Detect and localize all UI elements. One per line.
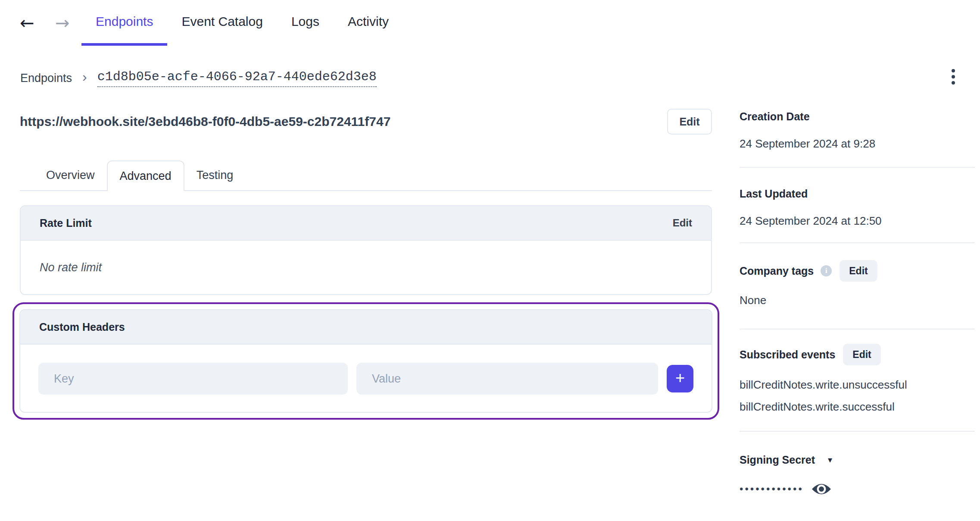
divider: [740, 431, 975, 432]
edit-url-button[interactable]: Edit: [667, 109, 712, 135]
last-updated-label: Last Updated: [740, 188, 975, 200]
endpoint-meta-sidebar: Creation Date 24 September 2024 at 9:28 …: [740, 104, 975, 497]
rate-limit-title: Rate Limit: [40, 217, 92, 229]
add-header-button[interactable]: +: [667, 365, 693, 392]
tab-activity[interactable]: Activity: [334, 0, 403, 46]
creation-date-value: 24 September 2024 at 9:28: [740, 137, 975, 151]
tab-overview[interactable]: Overview: [34, 160, 107, 190]
edit-subscribed-events-button[interactable]: Edit: [843, 344, 880, 365]
endpoint-url-row: https://webhook.site/3ebd46b8-f0f0-4db5-…: [20, 108, 712, 135]
signing-secret-row[interactable]: Signing Secret ▾: [740, 452, 975, 468]
creation-date-label: Creation Date: [740, 110, 975, 123]
endpoint-url: https://webhook.site/3ebd46b8-f0f0-4db5-…: [20, 114, 390, 129]
rate-limit-empty-text: No rate limit: [40, 261, 102, 274]
kebab-menu-icon[interactable]: [944, 64, 963, 90]
tab-advanced[interactable]: Advanced: [107, 160, 184, 191]
subscribed-events-label: Subscribed events: [740, 348, 835, 361]
forward-arrow-icon[interactable]: →: [55, 0, 70, 46]
endpoint-detail-panel: https://webhook.site/3ebd46b8-f0f0-4db5-…: [20, 104, 712, 420]
rate-limit-card: Rate Limit Edit No rate limit: [20, 205, 712, 295]
custom-headers-highlight-ring: Custom Headers +: [12, 302, 719, 420]
back-arrow-icon[interactable]: ←: [20, 0, 34, 46]
divider: [740, 329, 975, 330]
caret-down-icon[interactable]: ▾: [828, 455, 832, 465]
edit-rate-limit-button[interactable]: Edit: [673, 217, 692, 229]
company-tags-row: Company tags i Edit: [740, 260, 975, 282]
tab-event-catalog[interactable]: Event Catalog: [167, 0, 277, 46]
custom-headers-body: +: [20, 345, 712, 412]
breadcrumb-endpoint-id[interactable]: c1d8b05e-acfe-4066-92a7-440ede62d3e8: [97, 69, 377, 87]
subscribed-event-item: billCreditNotes.write.unsuccessful: [740, 378, 975, 392]
subscribed-events-row: Subscribed events Edit: [740, 343, 975, 366]
rate-limit-body: No rate limit: [21, 241, 711, 294]
custom-headers-header: Custom Headers: [20, 310, 712, 345]
rate-limit-header: Rate Limit Edit: [21, 206, 711, 241]
info-icon[interactable]: i: [821, 265, 832, 276]
company-tags-value: None: [740, 294, 975, 307]
masked-secret-value: ••••••••••••: [740, 483, 804, 495]
edit-company-tags-button[interactable]: Edit: [840, 260, 877, 282]
primary-tabs: Endpoints Event Catalog Logs Activity: [81, 0, 403, 46]
tab-endpoints[interactable]: Endpoints: [81, 0, 167, 46]
divider: [740, 167, 975, 168]
chevron-right-icon: ›: [82, 70, 87, 86]
last-updated-value: 24 September 2024 at 12:50: [740, 214, 975, 228]
reveal-secret-button[interactable]: [811, 482, 832, 496]
tab-testing[interactable]: Testing: [184, 160, 246, 190]
breadcrumb-endpoints-link[interactable]: Endpoints: [20, 72, 72, 85]
top-navigation: ← → Endpoints Event Catalog Logs Activit…: [0, 0, 980, 46]
company-tags-label: Company tags: [740, 265, 814, 277]
signing-secret-label: Signing Secret: [740, 454, 815, 466]
endpoint-sub-tabs: Overview Advanced Testing: [20, 160, 712, 191]
subscribed-event-item: billCreditNotes.write.successful: [740, 400, 975, 414]
custom-headers-card: Custom Headers +: [19, 309, 712, 413]
signing-secret-value-row: ••••••••••••: [740, 481, 975, 497]
header-key-input[interactable]: [38, 363, 348, 395]
divider: [740, 242, 975, 243]
breadcrumb: Endpoints › c1d8b05e-acfe-4066-92a7-440e…: [20, 66, 377, 91]
header-value-input[interactable]: [356, 363, 658, 395]
plus-icon: +: [675, 370, 685, 386]
tab-logs[interactable]: Logs: [277, 0, 334, 46]
eye-icon: [811, 482, 832, 496]
custom-headers-title: Custom Headers: [39, 321, 125, 333]
